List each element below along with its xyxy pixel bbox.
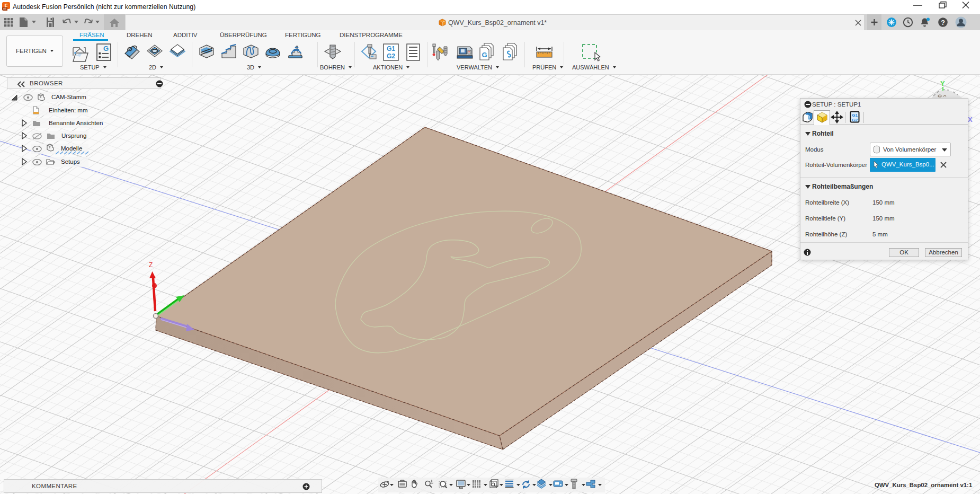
svg-text:G2: G2	[387, 52, 395, 60]
svg-text:Y: Y	[940, 80, 945, 87]
svg-text:G1: G1	[852, 113, 858, 118]
svg-text:X: X	[968, 116, 973, 124]
svg-text:?: ?	[941, 19, 945, 27]
svg-text:G: G	[103, 45, 109, 52]
svg-text:Z: Z	[149, 261, 153, 269]
svg-text:G2: G2	[852, 118, 858, 122]
svg-text:G: G	[482, 51, 487, 59]
svg-text:G1: G1	[387, 45, 395, 52]
